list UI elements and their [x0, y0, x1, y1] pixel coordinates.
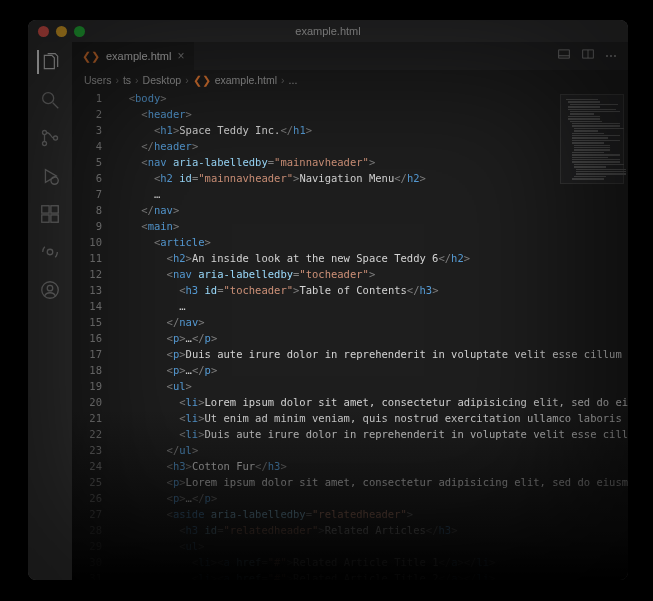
line-number: 24 [72, 458, 102, 474]
debug-icon[interactable] [38, 164, 62, 188]
line-number: 23 [72, 442, 102, 458]
account-icon[interactable] [38, 278, 62, 302]
body: ❮❯ example.html × ⋯ Users› ts› Desktop› … [28, 42, 628, 580]
source-control-icon[interactable] [38, 126, 62, 150]
code-line[interactable]: </ul> [116, 442, 554, 458]
svg-point-4 [53, 136, 57, 140]
code-line[interactable]: <nav aria-labelledby="tocheader"> [116, 266, 554, 282]
html-file-icon: ❮❯ [193, 74, 211, 86]
code-line[interactable]: <p>…</p> [116, 330, 554, 346]
code-line[interactable]: <li>Lorem ipsum dolor sit amet, consecte… [116, 394, 554, 410]
editor-group: ❮❯ example.html × ⋯ Users› ts› Desktop› … [72, 42, 628, 580]
code-line[interactable]: <article> [116, 234, 554, 250]
line-number: 27 [72, 506, 102, 522]
code-line[interactable]: </nav> [116, 314, 554, 330]
svg-point-0 [43, 93, 54, 104]
line-number: 28 [72, 522, 102, 538]
search-icon[interactable] [38, 88, 62, 112]
more-icon[interactable]: ⋯ [605, 49, 618, 63]
code-line[interactable]: <h3 id="relatedheader">Related Articles<… [116, 522, 554, 538]
tabs: ❮❯ example.html × ⋯ [72, 42, 628, 70]
window: example.html ❮❯ example.html × ⋯ [28, 20, 628, 580]
code-line[interactable]: <ul> [116, 378, 554, 394]
svg-point-3 [42, 141, 46, 145]
breadcrumbs[interactable]: Users› ts› Desktop› ❮❯ example.html› ... [72, 70, 628, 90]
line-number: 29 [72, 538, 102, 554]
svg-point-11 [47, 249, 53, 255]
line-number: 16 [72, 330, 102, 346]
line-number: 18 [72, 362, 102, 378]
code-line[interactable]: <nav aria-labelledby="mainnavheader"> [116, 154, 554, 170]
code-line[interactable]: <h3>Cotton Fur</h3> [116, 458, 554, 474]
code-line[interactable]: </header> [116, 138, 554, 154]
activity-bar [28, 42, 72, 580]
tab-example-html[interactable]: ❮❯ example.html × [72, 42, 195, 70]
code-line[interactable]: <h2>An inside look at the new Space Tedd… [116, 250, 554, 266]
line-number: 4 [72, 138, 102, 154]
layout-panel-icon[interactable] [557, 47, 571, 65]
svg-point-13 [47, 285, 53, 291]
editor[interactable]: 1234567891011121314151617181920212223242… [72, 90, 628, 580]
line-number: 10 [72, 234, 102, 250]
line-number: 30 [72, 554, 102, 570]
line-number: 25 [72, 474, 102, 490]
line-number: 9 [72, 218, 102, 234]
line-number: 1 [72, 90, 102, 106]
close-icon[interactable]: × [177, 50, 184, 62]
code-line[interactable]: <li><a href="#">Related Article Title 1<… [116, 554, 554, 570]
crumb[interactable]: Desktop [143, 74, 182, 86]
line-number: 17 [72, 346, 102, 362]
code-line[interactable]: <h3 id="tocheader">Table of Contents</h3… [116, 282, 554, 298]
crumb[interactable]: ts [123, 74, 131, 86]
svg-rect-7 [42, 206, 49, 213]
code-line[interactable]: <header> [116, 106, 554, 122]
files-icon[interactable] [37, 50, 61, 74]
svg-rect-8 [51, 206, 58, 213]
code-line[interactable]: <p>…</p> [116, 362, 554, 378]
line-number: 20 [72, 394, 102, 410]
line-number: 8 [72, 202, 102, 218]
line-number: 3 [72, 122, 102, 138]
titlebar[interactable]: example.html [28, 20, 628, 42]
line-number: 14 [72, 298, 102, 314]
line-number: 22 [72, 426, 102, 442]
minimap[interactable] [560, 94, 624, 184]
gutter: 1234567891011121314151617181920212223242… [72, 90, 112, 580]
split-editor-icon[interactable] [581, 47, 595, 65]
line-number: 13 [72, 282, 102, 298]
code-line[interactable]: <h1>Space Teddy Inc.</h1> [116, 122, 554, 138]
remote-icon[interactable] [38, 240, 62, 264]
line-number: 5 [72, 154, 102, 170]
crumb-tail[interactable]: ... [289, 74, 298, 86]
tab-label: example.html [106, 50, 171, 62]
code-line[interactable]: </nav> [116, 202, 554, 218]
line-number: 26 [72, 490, 102, 506]
line-number: 6 [72, 170, 102, 186]
code-line[interactable]: <li>Duis aute irure dolor in reprehender… [116, 426, 554, 442]
code-line[interactable]: <h2 id="mainnavheader">Navigation Menu</… [116, 170, 554, 186]
code-line[interactable]: <aside aria-labelledby="relatedheader"> [116, 506, 554, 522]
code-line[interactable]: <li><a href="#">Related Article Title 2<… [116, 570, 554, 580]
extensions-icon[interactable] [38, 202, 62, 226]
code-line[interactable]: <main> [116, 218, 554, 234]
svg-point-6 [51, 177, 58, 184]
crumb[interactable]: Users [84, 74, 111, 86]
code-line[interactable]: … [116, 298, 554, 314]
crumb-file[interactable]: example.html [215, 74, 277, 86]
svg-rect-10 [51, 215, 58, 222]
line-number: 21 [72, 410, 102, 426]
code-line[interactable]: <p>…</p> [116, 490, 554, 506]
line-number: 2 [72, 106, 102, 122]
code-line[interactable]: <ul> [116, 538, 554, 554]
code[interactable]: <body> <header> <h1>Space Teddy Inc.</h1… [116, 90, 554, 580]
line-number: 19 [72, 378, 102, 394]
code-line[interactable]: <p>Duis aute irure dolor in reprehenderi… [116, 346, 554, 362]
tab-actions: ⋯ [557, 42, 628, 70]
code-line[interactable]: … [116, 186, 554, 202]
svg-point-2 [42, 130, 46, 134]
code-line[interactable]: <li>Ut enim ad minim veniam, quis nostru… [116, 410, 554, 426]
code-line[interactable]: <body> [116, 90, 554, 106]
code-line[interactable]: <p>Lorem ipsum dolor sit amet, consectet… [116, 474, 554, 490]
line-number: 31 [72, 570, 102, 580]
line-number: 11 [72, 250, 102, 266]
